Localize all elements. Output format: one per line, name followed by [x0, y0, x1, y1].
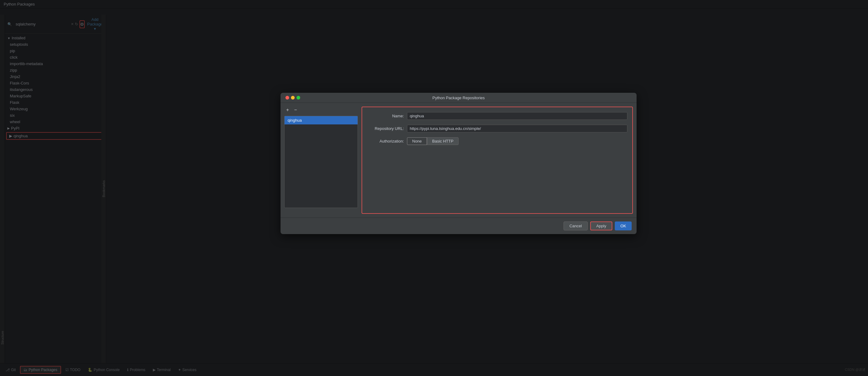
repo-item-qinghua[interactable]: qinghua [284, 116, 358, 124]
url-label: Repository URL: [367, 126, 404, 131]
modal-form-panel: Name: Repository URL: Authorization: Non… [362, 107, 633, 214]
repo-item-label: qinghua [288, 118, 302, 122]
url-input[interactable] [407, 125, 627, 133]
name-input[interactable] [407, 112, 627, 120]
modal-title: Python Package Repositories [432, 95, 485, 100]
auth-row: Authorization: None Basic HTTP [367, 137, 627, 145]
traffic-lights [285, 96, 300, 99]
maximize-window-button[interactable] [297, 96, 300, 99]
modal-dialog: Python Package Repositories + − qinghua [281, 93, 637, 234]
name-label: Name: [367, 114, 404, 118]
repo-list: qinghua [284, 116, 358, 208]
modal-body: + − qinghua Name: Repository [281, 103, 637, 218]
apply-button[interactable]: Apply [590, 222, 613, 230]
auth-label: Authorization: [367, 139, 404, 143]
url-row: Repository URL: [367, 125, 627, 133]
auth-none-button[interactable]: None [407, 137, 427, 145]
name-row: Name: [367, 112, 627, 120]
auth-basic-http-button[interactable]: Basic HTTP [427, 137, 459, 145]
modal-footer: Cancel Apply OK [281, 218, 637, 234]
ok-button[interactable]: OK [615, 222, 632, 230]
modal-toolbar: + − [284, 107, 358, 113]
modal-repo-panel: + − qinghua [284, 107, 358, 214]
cancel-button[interactable]: Cancel [563, 222, 587, 230]
modal-overlay: Python Package Repositories + − qinghua [0, 0, 868, 376]
minimize-window-button[interactable] [291, 96, 294, 99]
add-repo-button[interactable]: + [284, 107, 291, 113]
remove-repo-button[interactable]: − [292, 107, 299, 113]
modal-titlebar: Python Package Repositories [281, 93, 637, 103]
auth-button-group: None Basic HTTP [407, 137, 459, 145]
close-window-button[interactable] [285, 96, 289, 99]
